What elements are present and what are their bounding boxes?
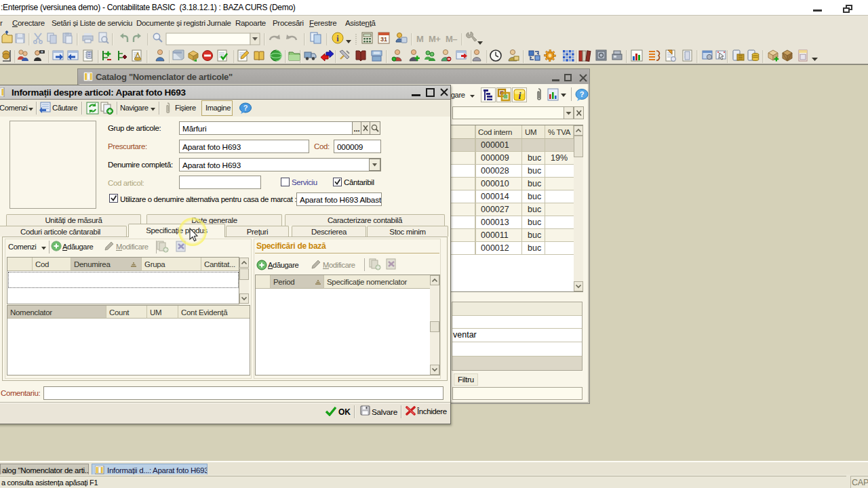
svg-text:i: i [519,91,521,101]
svg-text:M–: M– [446,34,457,44]
svg-text:M+: M+ [429,34,441,44]
svg-text:?: ? [580,90,585,98]
svg-text:31: 31 [380,36,387,43]
svg-text:M: M [416,34,423,44]
svg-text:?: ? [243,104,248,112]
